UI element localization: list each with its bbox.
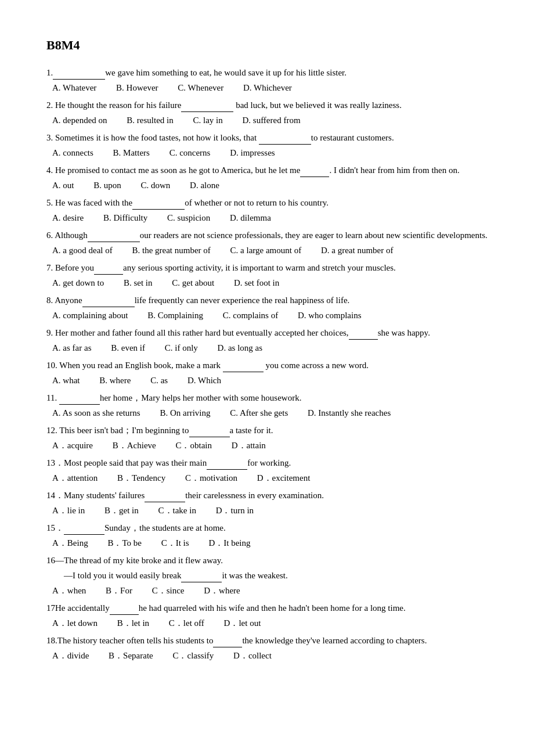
q17-text: 17He accidentallyhe had quarreled with h…: [46, 601, 488, 615]
question-10: 10. When you read an English book, make …: [46, 358, 488, 387]
q13-text: 13．Most people said that pay was their m…: [46, 456, 488, 470]
q2-opt-b: B. resulted in: [127, 116, 173, 125]
q12-options: A．acquire B．Achieve C．obtain D．attain: [46, 438, 488, 452]
q13-opt-d: D．excitement: [257, 473, 311, 483]
q17-opt-d: D．let out: [224, 618, 261, 628]
q14-text: 14．Many students' failurestheir careless…: [46, 488, 488, 502]
q5-opt-b: B. Difficulty: [103, 213, 147, 222]
q14-opt-c: C．take in: [158, 506, 196, 515]
q14-opt-b: B．get in: [104, 506, 139, 515]
q9-opt-c: C. if only: [165, 343, 198, 352]
q9-options: A. as far as B. even if C. if only D. as…: [46, 341, 488, 355]
q10-opt-c: C. as: [150, 376, 168, 385]
question-12: 12. This beer isn't bad；I'm beginning to…: [46, 423, 488, 452]
q3-text: 3. Sometimes it is how the food tastes, …: [46, 131, 488, 145]
q14-opt-d: D．turn in: [216, 506, 254, 515]
q7-opt-a: A. get down to: [52, 278, 104, 287]
q6-options: A. a good deal of B. the great number of…: [46, 243, 488, 257]
q1-opt-c: C. Whenever: [178, 83, 223, 92]
q17-opt-b: B．let in: [117, 618, 149, 628]
q5-options: A. desire B. Difficulty C. suspicion D. …: [46, 211, 488, 225]
question-6: 6. Althoughour readers are not science p…: [46, 228, 488, 257]
q2-opt-d: D. suffered from: [242, 116, 300, 125]
q15-options: A．Being B．To be C．It is D．It being: [46, 536, 488, 550]
q17-opt-c: C．let off: [169, 618, 204, 628]
q18-opt-c: C．classify: [172, 651, 214, 660]
q4-opt-c: C. down: [141, 181, 171, 190]
q9-text: 9. Her mother and father found all this …: [46, 326, 488, 340]
q13-options: A．attention B．Tendency C．motivation D．ex…: [46, 471, 488, 485]
question-16: 16—The thread of my kite broke and it fl…: [46, 553, 488, 597]
q12-opt-b: B．Achieve: [113, 441, 156, 450]
q5-opt-d: D. dilemma: [230, 213, 271, 222]
q15-opt-a: A．Being: [52, 538, 88, 548]
q7-opt-c: C. get about: [172, 278, 214, 287]
q18-options: A．divide B．Separate C．classify D．collect: [46, 649, 488, 663]
q8-options: A. complaining about B. Complaining C. c…: [46, 308, 488, 322]
q13-opt-c: C．motivation: [185, 473, 237, 483]
q13-opt-b: B．Tendency: [117, 473, 165, 483]
question-15: 15．Sunday，the students are at home. A．Be…: [46, 521, 488, 550]
q16-text-part1: 16—The thread of my kite broke and it fl…: [46, 553, 488, 567]
q16-opt-a: A．when: [52, 586, 86, 595]
q2-opt-a: A. depended on: [52, 116, 107, 125]
q9-opt-a: A. as far as: [52, 343, 91, 352]
q15-opt-b: B．To be: [107, 538, 142, 548]
q5-opt-a: A. desire: [52, 213, 84, 222]
q14-opt-a: A．lie in: [52, 506, 85, 515]
q8-opt-a: A. complaining about: [52, 311, 128, 320]
q13-opt-a: A．attention: [52, 473, 98, 483]
q11-opt-a: A. As soon as she returns: [52, 408, 140, 417]
q3-opt-c: C. concerns: [169, 148, 211, 157]
page-title: B8M4: [46, 35, 488, 55]
q5-opt-c: C. suspicion: [167, 213, 210, 222]
q7-text: 7. Before youany serious sporting activi…: [46, 261, 488, 275]
q7-opt-b: B. set in: [124, 278, 153, 287]
q3-opt-a: A. connects: [52, 148, 93, 157]
q6-text: 6. Althoughour readers are not science p…: [46, 228, 488, 242]
q6-opt-b: B. the great number of: [132, 246, 210, 255]
q6-opt-c: C. a large amount of: [230, 246, 302, 255]
q10-opt-b: B. where: [99, 376, 131, 385]
q7-opt-d: D. set foot in: [234, 278, 279, 287]
question-5: 5. He was faced with theof whether or no…: [46, 196, 488, 225]
q10-opt-a: A. what: [52, 376, 80, 385]
q15-opt-d: D．It being: [208, 538, 250, 548]
question-4: 4. He promised to contact me as soon as …: [46, 163, 488, 192]
q10-options: A. what B. where C. as D. Which: [46, 373, 488, 387]
q10-text: 10. When you read an English book, make …: [46, 358, 488, 372]
q17-opt-a: A．let down: [52, 618, 98, 628]
question-17: 17He accidentallyhe had quarreled with h…: [46, 601, 488, 630]
q5-text: 5. He was faced with theof whether or no…: [46, 196, 488, 210]
q11-options: A. As soon as she returns B. On arriving…: [46, 406, 488, 420]
q11-opt-c: C. After she gets: [230, 408, 288, 417]
question-9: 9. Her mother and father found all this …: [46, 326, 488, 355]
q11-opt-d: D. Instantly she reaches: [308, 408, 391, 417]
q3-opt-d: D. impresses: [230, 148, 275, 157]
q15-opt-c: C．It is: [161, 538, 189, 548]
q17-options: A．let down B．let in C．let off D．let out: [46, 616, 488, 630]
q3-options: A. connects B. Matters C. concerns D. im…: [46, 146, 488, 160]
q9-opt-b: B. even if: [111, 343, 145, 352]
q11-opt-b: B. On arriving: [160, 408, 210, 417]
q2-options: A. depended on B. resulted in C. lay in …: [46, 113, 488, 127]
q1-opt-d: D. Whichever: [243, 83, 292, 92]
q8-opt-c: C. complains of: [223, 311, 278, 320]
q11-text: 11. her home，Mary helps her mother with …: [46, 391, 488, 405]
question-list: 1.we gave him something to eat, he would…: [46, 66, 488, 663]
q18-opt-b: B．Separate: [109, 651, 153, 660]
q4-options: A. out B. upon C. down D. alone: [46, 178, 488, 192]
question-1: 1.we gave him something to eat, he would…: [46, 66, 488, 95]
q12-opt-a: A．acquire: [52, 441, 93, 450]
q18-text: 18.The history teacher often tells his s…: [46, 633, 488, 647]
q6-opt-a: A. a good deal of: [52, 246, 113, 255]
q3-opt-b: B. Matters: [113, 148, 150, 157]
q1-text: 1.we gave him something to eat, he would…: [46, 66, 488, 80]
q12-opt-d: D．attain: [232, 441, 266, 450]
q16-opt-c: C．since: [152, 586, 185, 595]
q16-opt-d: D．where: [204, 586, 240, 595]
q4-opt-d: D. alone: [190, 181, 219, 190]
question-3: 3. Sometimes it is how the food tastes, …: [46, 131, 488, 160]
q8-opt-b: B. Complaining: [147, 311, 203, 320]
q12-text: 12. This beer isn't bad；I'm beginning to…: [46, 423, 488, 437]
